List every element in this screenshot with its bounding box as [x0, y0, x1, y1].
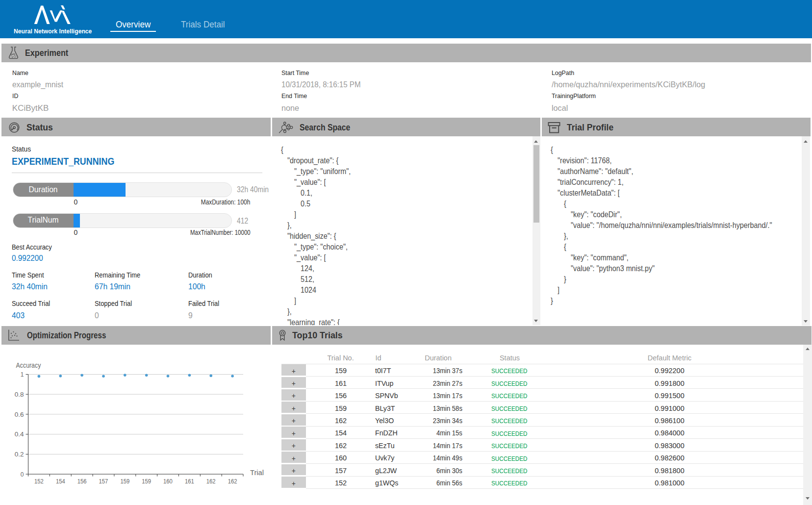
svg-text:159: 159: [142, 478, 151, 485]
svg-text:159: 159: [120, 478, 129, 485]
svg-text:1: 1: [21, 371, 24, 378]
svg-text:152: 152: [34, 478, 44, 485]
svg-text:160: 160: [163, 478, 173, 485]
svg-text:154: 154: [56, 478, 65, 485]
svg-text:Accuracy: Accuracy: [16, 361, 41, 369]
svg-text:162: 162: [206, 478, 216, 485]
svg-text:162: 162: [228, 478, 237, 485]
svg-text:156: 156: [77, 478, 87, 485]
svg-text:161: 161: [185, 478, 194, 485]
svg-text:0.6: 0.6: [15, 411, 24, 418]
svg-text:157: 157: [99, 478, 108, 485]
svg-text:0.8: 0.8: [15, 391, 24, 398]
svg-text:Trial: Trial: [250, 468, 264, 477]
svg-text:0.2: 0.2: [15, 451, 24, 458]
svg-text:0.4: 0.4: [15, 431, 24, 438]
svg-text:0: 0: [21, 471, 24, 478]
